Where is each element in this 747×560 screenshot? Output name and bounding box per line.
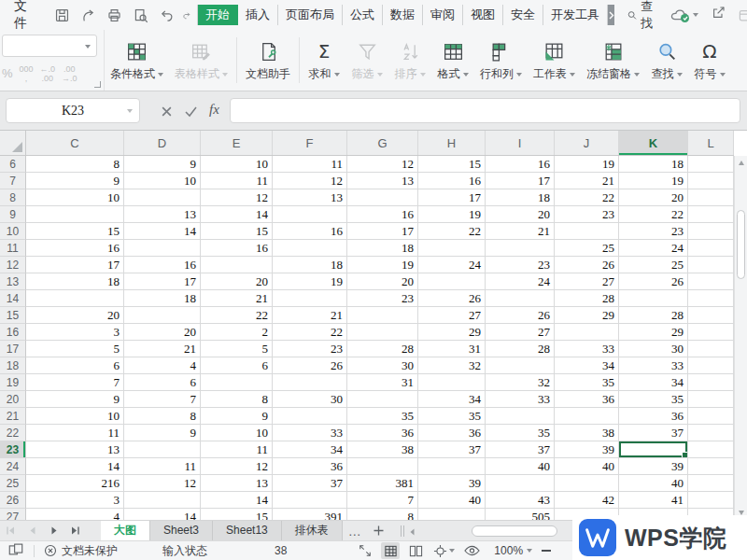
row-header-22[interactable]: 22 [0, 425, 26, 441]
row-header-20[interactable]: 20 [0, 391, 26, 408]
cell-G16[interactable] [347, 324, 418, 341]
cell-L26[interactable] [688, 492, 734, 509]
cell-F16[interactable]: 22 [273, 324, 347, 341]
sheet-tab[interactable]: 大图 [101, 521, 150, 540]
menu-tab[interactable]: 视图 [463, 5, 503, 25]
table-style-button[interactable]: 表格样式 [169, 32, 233, 89]
print-button[interactable] [104, 5, 124, 25]
row-header-18[interactable]: 18 [0, 357, 26, 374]
cell-H13[interactable] [418, 273, 486, 290]
fx-icon[interactable]: fx [209, 102, 219, 118]
cell-L12[interactable] [688, 257, 734, 273]
cell-G6[interactable]: 12 [347, 156, 418, 173]
cell-J8[interactable]: 22 [555, 189, 619, 206]
cell-E25[interactable]: 13 [201, 475, 273, 492]
rows-cols-button[interactable]: 行和列 [474, 32, 528, 89]
cell-J13[interactable]: 27 [555, 273, 619, 290]
cell-G18[interactable]: 30 [347, 357, 418, 374]
row-header-6[interactable]: 6 [0, 156, 26, 173]
cell-G11[interactable]: 18 [347, 240, 418, 257]
cell-G20[interactable] [347, 391, 418, 408]
cell-K20[interactable]: 35 [619, 391, 688, 408]
column-header-K[interactable]: K [619, 131, 688, 155]
cell-I12[interactable]: 23 [486, 257, 555, 273]
cell-E24[interactable]: 12 [201, 458, 273, 475]
cancel-button[interactable] [161, 105, 173, 121]
column-header-D[interactable]: D [124, 131, 201, 155]
cell-F25[interactable]: 37 [273, 475, 347, 492]
cell-F10[interactable]: 16 [273, 223, 347, 240]
cell-C23[interactable]: 13 [26, 441, 124, 458]
cell-F7[interactable]: 12 [273, 173, 347, 189]
cell-H15[interactable]: 27 [418, 307, 486, 324]
cell-L18[interactable] [688, 357, 734, 374]
column-header-H[interactable]: H [418, 131, 486, 155]
cell-I20[interactable]: 33 [486, 391, 555, 408]
cell-G8[interactable] [347, 189, 418, 206]
cell-I16[interactable]: 27 [486, 324, 555, 341]
cell-K19[interactable]: 34 [619, 374, 688, 391]
cell-E22[interactable]: 10 [201, 425, 273, 441]
cell-E6[interactable]: 10 [201, 156, 273, 173]
cell-C6[interactable]: 8 [26, 156, 124, 173]
cell-C11[interactable]: 16 [26, 240, 124, 257]
cell-J10[interactable] [555, 223, 619, 240]
cell-I8[interactable]: 18 [486, 189, 555, 206]
cell-L23[interactable] [688, 441, 734, 458]
cell-L25[interactable] [688, 475, 734, 492]
cell-H16[interactable]: 29 [418, 324, 486, 341]
panels-button[interactable] [738, 8, 747, 22]
cell-C16[interactable]: 3 [26, 324, 124, 341]
cell-I15[interactable]: 26 [486, 307, 555, 324]
menu-tab[interactable]: 公式 [343, 5, 383, 25]
cell-L7[interactable] [688, 173, 734, 189]
redo-button[interactable] [182, 5, 191, 25]
cell-C7[interactable]: 9 [26, 173, 124, 189]
cell-D25[interactable]: 12 [124, 475, 201, 492]
cell-F9[interactable] [273, 206, 347, 223]
page-layout-view-button[interactable] [431, 542, 456, 559]
decrease-decimal-icon[interactable]: ←.0 .00 [40, 64, 56, 83]
undo-button[interactable] [156, 5, 176, 25]
cell-G23[interactable]: 38 [347, 441, 418, 458]
cell-K23[interactable] [619, 441, 688, 458]
cell-J24[interactable]: 40 [555, 458, 619, 475]
cell-I11[interactable] [486, 240, 555, 257]
find-button[interactable]: 查找 [645, 32, 688, 89]
freeze-panes-button[interactable]: 冻结窗格 [581, 32, 645, 89]
cell-D23[interactable] [124, 441, 201, 458]
cell-C15[interactable]: 20 [26, 307, 124, 324]
doc-assistant-button[interactable]: 文档助手 [240, 32, 296, 89]
menu-tab[interactable]: 数据 [383, 5, 423, 25]
cell-I7[interactable]: 17 [486, 173, 555, 189]
cell-H12[interactable]: 24 [418, 257, 486, 273]
cell-D22[interactable]: 9 [124, 425, 201, 441]
row-header-21[interactable]: 21 [0, 408, 26, 425]
share-button[interactable] [711, 6, 726, 24]
cell-C18[interactable]: 6 [26, 357, 124, 374]
cell-C25[interactable]: 216 [26, 475, 124, 492]
cell-C26[interactable]: 3 [26, 492, 124, 509]
cell-J20[interactable]: 36 [555, 391, 619, 408]
cell-L9[interactable] [688, 206, 734, 223]
row-header-9[interactable]: 9 [0, 206, 26, 223]
eye-protection-button[interactable] [462, 542, 481, 559]
cell-D14[interactable]: 18 [124, 290, 201, 307]
cell-E10[interactable]: 15 [201, 223, 273, 240]
cell-F19[interactable] [273, 374, 347, 391]
menu-tab[interactable]: 插入 [238, 5, 278, 25]
row-header-7[interactable]: 7 [0, 173, 26, 189]
cell-E13[interactable]: 20 [201, 273, 273, 290]
cell-F15[interactable]: 21 [273, 307, 347, 324]
cell-G17[interactable]: 28 [347, 341, 418, 357]
cell-F13[interactable]: 19 [273, 273, 347, 290]
cell-C9[interactable] [26, 206, 124, 223]
zoom-control[interactable]: 100% [494, 544, 532, 557]
cell-K15[interactable]: 28 [619, 307, 688, 324]
cell-L22[interactable] [688, 425, 734, 441]
cell-H6[interactable]: 15 [418, 156, 486, 173]
cell-K13[interactable]: 26 [619, 273, 688, 290]
row-header-24[interactable]: 24 [0, 458, 26, 475]
cell-D11[interactable] [124, 240, 201, 257]
cell-K17[interactable]: 30 [619, 341, 688, 357]
